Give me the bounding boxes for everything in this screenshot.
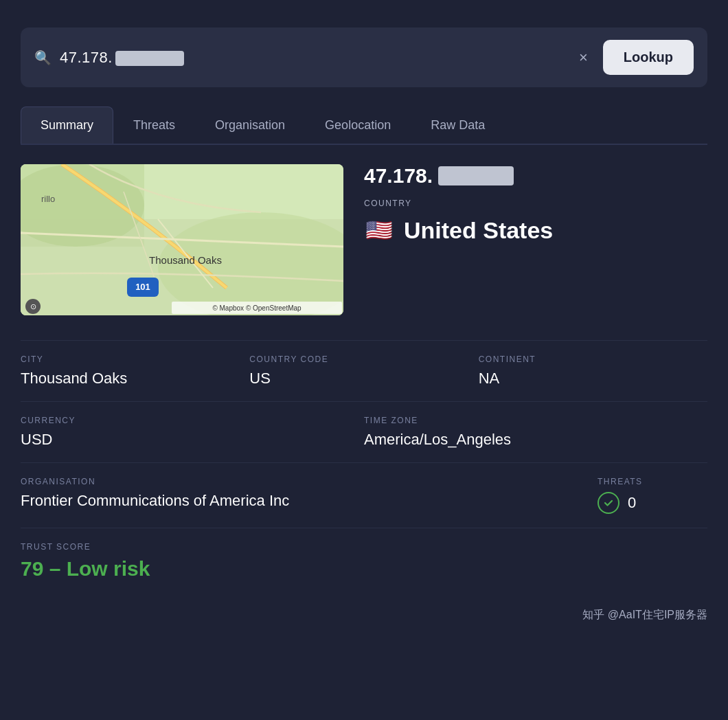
threats-value: 0 [598,492,707,514]
country-code-cell: COUNTRY CODE US [249,340,478,401]
country-name: United States [404,217,553,244]
city-cell: CITY Thousand Oaks [21,340,249,401]
org-label: ORGANISATION [21,477,570,486]
tab-organisation[interactable]: Organisation [195,106,305,144]
summary-content: 101 Thousand Oaks rillo © Mapbox © OpenS… [21,164,707,622]
map-svg: 101 Thousand Oaks rillo © Mapbox © OpenS… [21,164,343,315]
continent-label: CONTINENT [479,355,707,364]
city-value: Thousand Oaks [21,370,249,387]
ip-prefix-display: 47.178. [364,164,433,188]
org-threats-row: ORGANISATION Frontier Communications of … [21,462,707,528]
ip-display-redacted [438,166,514,185]
svg-text:⊙: ⊙ [30,302,36,311]
tab-geolocation[interactable]: Geolocation [305,106,411,144]
ip-address-display: 47.178. [364,164,707,188]
threats-section: THREATS 0 [598,477,707,514]
lookup-button[interactable]: Lookup [603,40,694,75]
currency-label: CURRENCY [21,416,364,425]
continent-value: NA [479,370,707,387]
search-icon: 🔍 [34,49,52,66]
search-bar: 🔍 47.178. × Lookup [21,27,707,87]
svg-text:Thousand Oaks: Thousand Oaks [149,254,222,266]
watermark: 知乎 @AaIT住宅IP服务器 [21,608,707,622]
currency-value: USD [21,431,364,449]
currency-tz-grid: CURRENCY USD TIME ZONE America/Los_Angel… [21,401,707,462]
continent-cell: CONTINENT NA [479,340,707,401]
trust-row: TRUST SCORE 79 – Low risk [21,528,707,594]
ip-redacted [115,51,184,66]
trust-label: TRUST SCORE [21,542,707,552]
search-input[interactable]: 47.178. [60,49,564,67]
org-section: ORGANISATION Frontier Communications of … [21,477,570,510]
svg-text:© Mapbox © OpenStreetMap: © Mapbox © OpenStreetMap [212,304,302,312]
top-section: 101 Thousand Oaks rillo © Mapbox © OpenS… [21,164,707,315]
timezone-cell: TIME ZONE America/Los_Angeles [364,401,707,462]
ip-prefix: 47.178. [60,49,113,66]
threats-count: 0 [628,494,636,512]
tab-threats[interactable]: Threats [113,106,195,144]
threats-label: THREATS [598,477,707,486]
map-container: 101 Thousand Oaks rillo © Mapbox © OpenS… [21,164,343,315]
timezone-value: America/Los_Angeles [364,431,707,449]
svg-text:101: 101 [135,282,150,292]
tabs-nav: Summary Threats Organisation Geolocation… [21,106,707,145]
country-value: 🇺🇸 United States [364,215,707,245]
clear-button[interactable]: × [572,46,595,69]
timezone-label: TIME ZONE [364,416,707,425]
svg-text:rillo: rillo [41,194,55,204]
country-code-value: US [249,370,478,387]
tab-summary[interactable]: Summary [21,106,113,144]
city-label: CITY [21,355,249,364]
tab-raw-data[interactable]: Raw Data [411,106,505,144]
org-value: Frontier Communications of America Inc [21,492,570,510]
country-label: COUNTRY [364,199,707,208]
country-code-label: COUNTRY CODE [249,355,478,364]
location-grid: CITY Thousand Oaks COUNTRY CODE US CONTI… [21,340,707,401]
currency-cell: CURRENCY USD [21,401,364,462]
trust-score-value: 79 – Low risk [21,557,707,581]
check-icon [598,492,619,514]
ip-info: 47.178. COUNTRY 🇺🇸 United States [364,164,707,245]
flag-icon: 🇺🇸 [364,215,394,245]
